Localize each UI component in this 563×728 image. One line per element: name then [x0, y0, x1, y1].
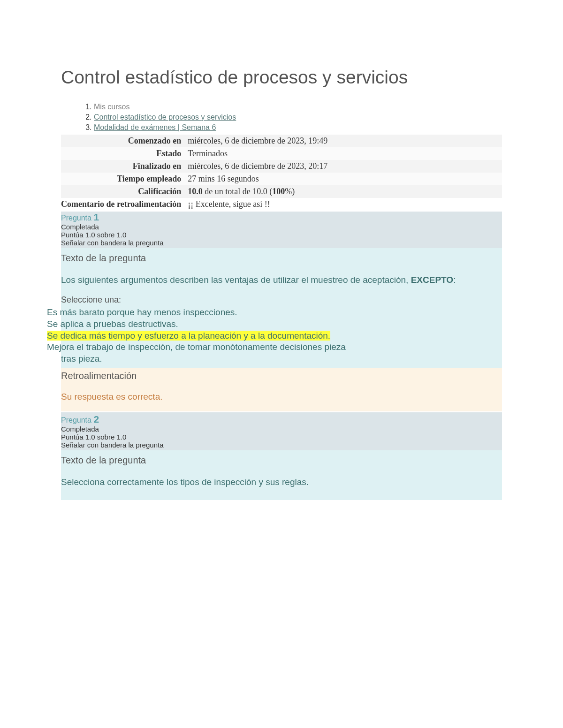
answer-highlight: Se dedica más tiempo y esfuerzo a la pla… [47, 331, 330, 341]
table-row-grade: Calificación 10.0 de un total de 10.0 (1… [61, 185, 502, 198]
summary-label: Comenzado en [61, 135, 184, 147]
attempt-summary-table: Comenzado en miércoles, 6 de diciembre d… [61, 135, 502, 211]
breadcrumb: Mis cursos Control estadístico de proces… [61, 103, 502, 132]
question-text: Los siguientes argumentos describen las … [61, 274, 502, 286]
summary-value: 27 mins 16 segundos [184, 173, 502, 185]
summary-value: miércoles, 6 de diciembre de 2023, 20:17 [184, 160, 502, 173]
summary-label: Calificación [61, 185, 184, 198]
breadcrumb-item-mycourses: Mis cursos [94, 103, 502, 111]
qtext-post: : [453, 275, 456, 285]
qtext-pre: Los siguientes argumentos describen las … [61, 275, 411, 285]
question-state: Completada [61, 223, 99, 231]
page-title: Control estadístico de procesos y servic… [61, 66, 502, 90]
question-label: Pregunta [61, 416, 93, 424]
question-text-heading: Texto de la pregunta [61, 455, 502, 466]
breadcrumb-item-course: Control estadístico de procesos y servic… [94, 113, 502, 121]
question-body: Texto de la pregunta Selecciona correcta… [61, 450, 502, 500]
summary-label: Finalizado en [61, 160, 184, 173]
answer-option-cont: tras pieza. [47, 353, 502, 365]
grade-earned: 10.0 [188, 187, 203, 196]
question-1: Pregunta 1 Completada Puntúa 1.0 sobre 1… [61, 212, 502, 411]
question-number: 1 [93, 212, 99, 222]
qtext-bold: EXCEPTO [411, 275, 453, 285]
question-2: Pregunta 2 Completada Puntúa 1.0 sobre 1… [61, 412, 502, 500]
answer-option-selected[interactable]: Se dedica más tiempo y esfuerzo a la pla… [47, 330, 502, 342]
table-row: Tiempo empleado 27 mins 16 segundos [61, 173, 502, 185]
question-header: Pregunta 1 Completada Puntúa 1.0 sobre 1… [61, 212, 502, 248]
select-one-label: Seleccione una: [61, 295, 502, 305]
summary-value-grade: 10.0 de un total de 10.0 (100%) [184, 185, 502, 198]
summary-value: Terminados [184, 147, 502, 160]
breadcrumb-link-course[interactable]: Control estadístico de procesos y servic… [94, 113, 236, 121]
question-mark: Puntúa 1.0 sobre 1.0 [61, 433, 126, 441]
feedback-heading: Retroalimentación [61, 371, 502, 381]
question-number: 2 [93, 414, 99, 425]
question-header: Pregunta 2 Completada Puntúa 1.0 sobre 1… [61, 412, 502, 450]
grade-close: %) [285, 187, 295, 196]
summary-label: Tiempo empleado [61, 173, 184, 185]
table-row: Finalizado en miércoles, 6 de diciembre … [61, 160, 502, 173]
summary-value: ¡¡ Excelente, sigue así !! [184, 198, 502, 211]
question-text: Selecciona correctamente los tipos de in… [61, 476, 502, 488]
summary-label: Comentario de retroalimentación [61, 198, 184, 211]
question-label: Pregunta [61, 214, 93, 222]
question-flag[interactable]: Señalar con bandera la pregunta [61, 441, 164, 449]
answer-option[interactable]: Mejora el trabajo de inspección, de toma… [47, 341, 502, 353]
answer-option[interactable]: Es más barato porque hay menos inspeccio… [47, 307, 502, 318]
answer-option[interactable]: Se aplica a pruebas destructivas. [47, 318, 502, 330]
grade-of: de un total de 10.0 ( [203, 187, 272, 196]
feedback-block: Retroalimentación Su respuesta es correc… [61, 368, 502, 411]
question-text-heading: Texto de la pregunta [61, 253, 502, 264]
question-flag[interactable]: Señalar con bandera la pregunta [61, 239, 164, 247]
summary-value: miércoles, 6 de diciembre de 2023, 19:49 [184, 135, 502, 147]
table-row: Estado Terminados [61, 147, 502, 160]
summary-label: Estado [61, 147, 184, 160]
breadcrumb-item-section: Modalidad de exámenes | Semana 6 [94, 123, 502, 132]
feedback-text: Su respuesta es correcta. [61, 392, 502, 402]
answers-list: Es más barato porque hay menos inspeccio… [47, 307, 502, 364]
table-row: Comenzado en miércoles, 6 de diciembre d… [61, 135, 502, 147]
table-row-feedback: Comentario de retroalimentación ¡¡ Excel… [61, 198, 502, 211]
question-state: Completada [61, 425, 99, 433]
question-mark: Puntúa 1.0 sobre 1.0 [61, 231, 126, 239]
breadcrumb-link-section[interactable]: Modalidad de exámenes | Semana 6 [94, 123, 216, 131]
grade-pct: 100 [272, 187, 285, 196]
breadcrumb-label: Mis cursos [94, 103, 129, 111]
question-body: Texto de la pregunta Los siguientes argu… [61, 248, 502, 368]
